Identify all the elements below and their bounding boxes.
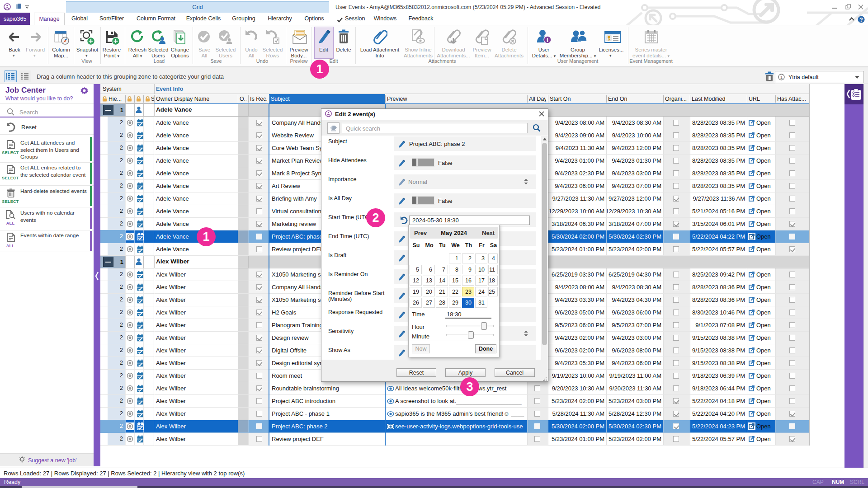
svg-text:1: 1 bbox=[780, 75, 783, 80]
svg-text:?: ? bbox=[859, 17, 863, 23]
